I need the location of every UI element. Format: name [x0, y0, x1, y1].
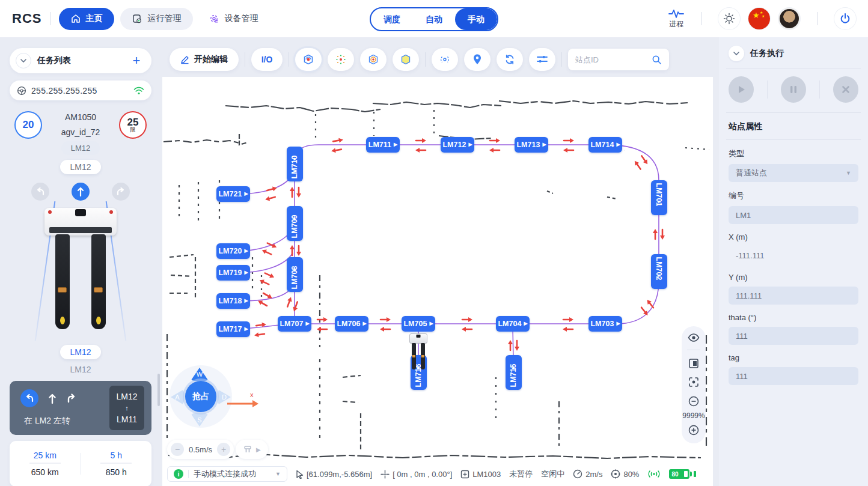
turn-left-icon[interactable]: [31, 183, 49, 201]
sun-icon: [723, 13, 735, 25]
station-node[interactable]: ▲LM715: [506, 355, 522, 390]
fork-action-button[interactable]: ▶: [236, 440, 268, 459]
layer-station-button[interactable]: [295, 48, 322, 71]
minimap-icon[interactable]: [688, 358, 699, 369]
joystick-up[interactable]: W: [191, 368, 209, 381]
pause-button[interactable]: [781, 76, 806, 103]
theme-toggle-button[interactable]: [718, 8, 740, 29]
map-toolbar: 开始编辑 I/O: [170, 48, 669, 71]
turn-right-icon[interactable]: [112, 183, 130, 201]
station-node[interactable]: LM704▶: [496, 316, 530, 332]
station-node[interactable]: LM713▶: [515, 137, 548, 153]
agv-marker[interactable]: [409, 333, 427, 369]
cancel-button[interactable]: [833, 76, 858, 103]
station-node[interactable]: LM714▶: [588, 137, 622, 153]
lidar-button[interactable]: [432, 48, 458, 71]
total-distance: 650 km: [10, 467, 81, 477]
waveform-icon: [668, 8, 684, 19]
speed-limit-badge: 25限: [119, 111, 147, 139]
y-input[interactable]: 111.111: [729, 287, 858, 305]
trip-hours: 5 h: [100, 451, 132, 464]
joystick-down[interactable]: S: [191, 413, 209, 427]
fork-icon: [243, 445, 252, 454]
connection-status-select[interactable]: i 手动模式连接成功 ▼: [167, 466, 287, 482]
layer-zone-button[interactable]: [393, 48, 419, 71]
speed-decrease-button[interactable]: −: [171, 443, 184, 456]
locate-button[interactable]: [464, 48, 491, 71]
collapse-chevron-icon[interactable]: [729, 46, 744, 61]
station-node[interactable]: LM703▶: [588, 316, 622, 332]
tag-input[interactable]: 111: [729, 367, 858, 385]
seize-control-button[interactable]: 抢占: [185, 381, 216, 412]
agv-ip-bar[interactable]: 255.255.255.255: [10, 80, 151, 100]
zoom-in-icon[interactable]: [688, 424, 700, 436]
battery-indicator: 80: [669, 469, 696, 479]
nav-item-home[interactable]: 主页: [59, 8, 114, 30]
station-node[interactable]: LM702▼: [651, 254, 667, 289]
vehicle-model: AM1050: [61, 110, 100, 125]
layer-pointcloud-button[interactable]: [328, 48, 354, 71]
joystick-left[interactable]: A: [171, 389, 184, 405]
go-straight-icon[interactable]: [72, 183, 90, 201]
station-search-input[interactable]: [575, 55, 652, 64]
theta-input[interactable]: 111: [729, 327, 858, 345]
code-input[interactable]: LM1: [729, 206, 858, 224]
route-from: LM12: [116, 390, 137, 403]
process-button[interactable]: 进程: [668, 8, 684, 29]
wifi-icon: [133, 87, 144, 95]
filter-button[interactable]: [529, 48, 555, 71]
refresh-button[interactable]: [497, 48, 523, 71]
mode-auto[interactable]: 自动: [413, 8, 455, 30]
nav-item-device[interactable]: 设备管理: [197, 8, 270, 30]
station-node[interactable]: ▲LM708: [287, 257, 303, 292]
station-node[interactable]: LM705▶: [402, 316, 435, 332]
mode-dispatch[interactable]: 调度: [371, 8, 413, 30]
speed-increase-button[interactable]: +: [217, 443, 230, 456]
add-task-button[interactable]: +: [127, 52, 145, 70]
station-badge-mid: LM12: [60, 160, 100, 174]
layer-target-button[interactable]: [360, 48, 387, 71]
map-canvas[interactable]: LM711▶LM712▶LM713▶LM714▶▲LM710LM721▶▲LM7…: [162, 77, 713, 486]
home-icon: [71, 14, 81, 23]
station-node[interactable]: LM707▶: [278, 316, 311, 332]
power-button[interactable]: [834, 8, 856, 29]
x-input[interactable]: -111.111: [729, 246, 858, 264]
station-node[interactable]: LM720▶: [216, 243, 250, 259]
collapse-chevron-icon[interactable]: [16, 53, 31, 68]
type-select[interactable]: 普通站点 ▼: [729, 164, 858, 182]
mode-switcher: 调度 自动 手动: [370, 7, 498, 31]
play-button[interactable]: [729, 76, 754, 103]
user-avatar[interactable]: [778, 8, 800, 29]
language-flag-button[interactable]: ★★★: [748, 8, 770, 29]
station-node[interactable]: LM712▶: [441, 137, 474, 153]
field-y: Y (m) 111.111: [729, 273, 858, 305]
station-node[interactable]: ▲LM709: [287, 206, 303, 241]
station-node[interactable]: LM718▶: [216, 293, 250, 309]
search-icon[interactable]: [652, 55, 662, 65]
station-node[interactable]: ▲LM710: [287, 147, 303, 181]
mode-manual[interactable]: 手动: [455, 8, 497, 30]
forklift-visual: [10, 204, 151, 342]
turn-right-console-icon[interactable]: [66, 393, 77, 403]
x-axis-arrow: x: [227, 399, 258, 410]
turn-left-active-icon[interactable]: [20, 389, 38, 407]
station-node[interactable]: LM717▶: [216, 321, 250, 337]
zoom-level: 9999%: [682, 412, 704, 420]
nav-item-operation[interactable]: 运行管理: [120, 8, 193, 30]
station-node[interactable]: LM701▼: [651, 180, 667, 215]
center-focus-icon[interactable]: [688, 377, 699, 387]
io-button[interactable]: I/O: [251, 48, 283, 71]
route-box: LM12 ↑ LM11: [109, 386, 144, 430]
station-node[interactable]: LM711▶: [366, 137, 400, 153]
station-node[interactable]: LM719▶: [216, 265, 250, 281]
joystick: W A D S 抢占: [170, 365, 232, 428]
station-node[interactable]: LM706▶: [335, 316, 368, 332]
zoom-out-icon[interactable]: [688, 395, 700, 407]
station-node[interactable]: LM721▶: [216, 186, 250, 202]
straight-icon[interactable]: [48, 393, 57, 404]
task-controls: [729, 76, 858, 103]
visibility-icon[interactable]: [688, 333, 700, 342]
start-edit-button[interactable]: 开始编辑: [170, 48, 239, 71]
turn-hint: 在 LM2 左转: [24, 416, 70, 427]
panel-scrollbar[interactable]: [157, 374, 160, 406]
